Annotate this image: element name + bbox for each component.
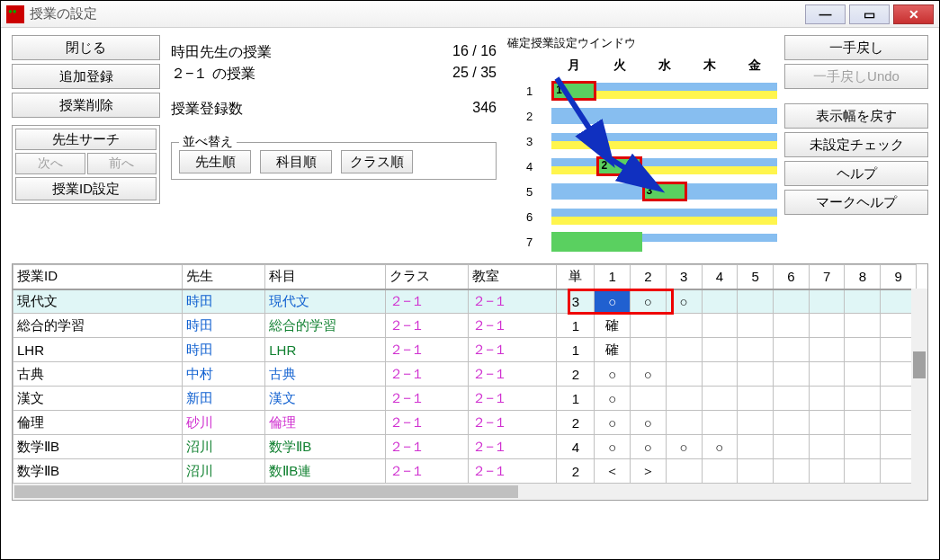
slot-cell[interactable] — [845, 314, 881, 338]
slot-cell[interactable] — [666, 338, 702, 362]
schedule-cell[interactable]: 3 — [642, 179, 687, 204]
help-button[interactable]: ヘルプ — [784, 161, 928, 186]
lesson-id-set-button[interactable]: 授業ID設定 — [15, 177, 157, 200]
cell[interactable]: ２−１ — [469, 289, 557, 314]
col-header[interactable]: 2 — [631, 265, 667, 289]
schedule-cell[interactable] — [596, 129, 641, 154]
slot-cell[interactable] — [738, 362, 774, 387]
slot-cell[interactable] — [666, 362, 702, 387]
cell[interactable]: LHR — [13, 338, 183, 362]
slot-cell[interactable]: 確 — [595, 314, 631, 338]
schedule-cell[interactable] — [642, 229, 687, 254]
slot-cell[interactable] — [702, 459, 738, 484]
cell[interactable]: ２−１ — [386, 387, 469, 411]
schedule-cell[interactable] — [732, 78, 777, 103]
cell[interactable]: 漢文 — [265, 387, 386, 411]
slot-cell[interactable]: ○ — [666, 289, 702, 314]
cell[interactable]: 漢文 — [13, 387, 183, 411]
slot-cell[interactable]: ○ — [631, 411, 667, 435]
cell[interactable]: 2 — [557, 362, 595, 387]
slot-cell[interactable]: ○ — [595, 362, 631, 387]
slot-cell[interactable]: 確 — [595, 338, 631, 362]
slot-cell[interactable] — [809, 338, 845, 362]
slot-cell[interactable] — [738, 435, 774, 459]
delete-button[interactable]: 授業削除 — [12, 93, 160, 118]
undo-button[interactable]: 一手戻し — [784, 35, 928, 60]
schedule-cell[interactable] — [732, 103, 777, 129]
slot-cell[interactable] — [666, 411, 702, 435]
slot-cell[interactable] — [738, 411, 774, 435]
cell[interactable]: 数学ⅡB — [265, 435, 386, 459]
hscroll-thumb[interactable] — [14, 485, 518, 498]
schedule-cell[interactable] — [642, 204, 687, 229]
cell[interactable]: 4 — [557, 435, 595, 459]
schedule-cell[interactable] — [642, 154, 687, 179]
cell[interactable]: 現代文 — [13, 289, 183, 314]
slot-cell[interactable] — [702, 314, 738, 338]
add-button[interactable]: 追加登録 — [12, 64, 160, 89]
slot-cell[interactable] — [666, 314, 702, 338]
slot-cell[interactable] — [845, 338, 881, 362]
cell[interactable]: 新田 — [183, 387, 265, 411]
schedule-cell[interactable] — [596, 78, 641, 103]
slot-cell[interactable] — [738, 314, 774, 338]
cell[interactable]: 総合的学習 — [13, 314, 183, 338]
slot-cell[interactable] — [666, 459, 702, 484]
col-header[interactable]: 9 — [881, 265, 917, 289]
minimize-button[interactable]: — — [805, 4, 846, 24]
slot-cell[interactable] — [666, 387, 702, 411]
slot-cell[interactable]: ＞ — [631, 459, 667, 484]
schedule-cell[interactable] — [596, 103, 641, 129]
table-row[interactable]: 数学ⅡB沼川数学ⅡB２−１２−１4○○○○ — [13, 435, 917, 459]
schedule-cell[interactable] — [732, 179, 777, 204]
search-prev-button[interactable]: 前へ — [87, 153, 157, 174]
slot-cell[interactable] — [773, 338, 809, 362]
cell[interactable]: 中村 — [183, 362, 265, 387]
vscroll-thumb[interactable] — [913, 351, 926, 378]
close-button[interactable]: 閉じる — [12, 35, 160, 60]
schedule-cell[interactable] — [551, 129, 596, 154]
col-header[interactable]: 8 — [845, 265, 881, 289]
slot-cell[interactable] — [702, 338, 738, 362]
schedule-cell[interactable] — [596, 179, 641, 204]
teacher-search-button[interactable]: 先生サーチ — [15, 129, 157, 150]
schedule-cell[interactable] — [687, 179, 732, 204]
cell[interactable]: ２−１ — [469, 314, 557, 338]
slot-cell[interactable] — [631, 387, 667, 411]
cell[interactable]: 古典 — [265, 362, 386, 387]
slot-cell[interactable] — [702, 387, 738, 411]
schedule-cell[interactable] — [732, 229, 777, 254]
cell[interactable]: ２−１ — [469, 338, 557, 362]
cell[interactable]: 時田 — [183, 314, 265, 338]
cell[interactable]: 2 — [557, 411, 595, 435]
slot-cell[interactable] — [773, 314, 809, 338]
cell[interactable]: ２−１ — [386, 289, 469, 314]
col-header[interactable]: 授業ID — [13, 265, 183, 289]
cell[interactable]: 1 — [557, 314, 595, 338]
table-row[interactable]: LHR時田LHR２−１２−１1確 — [13, 338, 917, 362]
slot-cell[interactable] — [809, 459, 845, 484]
slot-cell[interactable] — [773, 362, 809, 387]
cell[interactable]: 1 — [557, 387, 595, 411]
cell[interactable]: ２−１ — [469, 459, 557, 484]
schedule-cell[interactable] — [732, 154, 777, 179]
cell[interactable]: ２−１ — [386, 459, 469, 484]
cell[interactable]: ２−１ — [386, 411, 469, 435]
schedule-cell[interactable] — [687, 78, 732, 103]
schedule-cell[interactable] — [687, 229, 732, 254]
undo2-button[interactable]: 一手戻しUndo — [784, 64, 928, 89]
cell[interactable]: 数学ⅡB — [13, 459, 183, 484]
slot-cell[interactable] — [773, 411, 809, 435]
schedule-cell[interactable] — [687, 103, 732, 129]
cell[interactable]: 沼川 — [183, 435, 265, 459]
col-header[interactable]: 6 — [773, 265, 809, 289]
slot-cell[interactable] — [845, 289, 881, 314]
cell[interactable]: 2 — [557, 459, 595, 484]
table-row[interactable]: 総合的学習時田総合的学習２−１２−１1確 — [13, 314, 917, 338]
slot-cell[interactable] — [809, 314, 845, 338]
vertical-scrollbar[interactable] — [911, 289, 927, 484]
slot-cell[interactable] — [845, 459, 881, 484]
col-header[interactable]: 3 — [666, 265, 702, 289]
cell[interactable]: ２−１ — [469, 362, 557, 387]
col-header[interactable]: 先生 — [183, 265, 265, 289]
